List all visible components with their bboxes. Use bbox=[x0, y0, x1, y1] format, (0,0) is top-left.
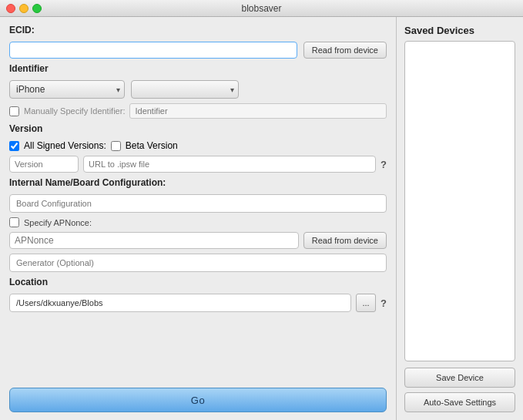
close-button[interactable] bbox=[6, 4, 15, 13]
manually-specify-row: Manually Specify Identifier: bbox=[9, 103, 387, 119]
left-panel: ECID: Read from device Identifier iPhone… bbox=[0, 17, 396, 420]
saved-devices-list bbox=[404, 41, 515, 361]
maximize-button[interactable] bbox=[32, 4, 42, 13]
browse-button[interactable]: ... bbox=[356, 294, 376, 312]
apnonce-label: Specify APNonce: bbox=[24, 218, 92, 227]
location-input[interactable] bbox=[9, 294, 351, 312]
saved-devices-title: Saved Devices bbox=[404, 25, 515, 36]
device-model-select[interactable] bbox=[131, 80, 239, 99]
window-controls[interactable] bbox=[6, 4, 42, 13]
version-help-icon[interactable]: ? bbox=[381, 159, 387, 170]
version-checkboxes-row: All Signed Versions: Beta Version bbox=[9, 140, 387, 151]
window-title: blobsaver bbox=[241, 3, 281, 14]
version-inputs-row: ? bbox=[9, 156, 387, 173]
device-type-select[interactable]: iPhone iPad iPod AppleTV bbox=[9, 80, 125, 99]
read-from-device-button[interactable]: Read from device bbox=[303, 42, 387, 59]
manually-specify-checkbox[interactable] bbox=[9, 106, 19, 116]
location-label: Location bbox=[9, 277, 48, 287]
go-button[interactable]: Go bbox=[9, 388, 387, 412]
all-signed-versions-checkbox[interactable] bbox=[9, 141, 19, 151]
manually-specify-label: Manually Specify Identifier: bbox=[24, 106, 125, 116]
version-label: Version bbox=[9, 123, 387, 134]
url-input[interactable] bbox=[83, 156, 376, 173]
main-container: ECID: Read from device Identifier iPhone… bbox=[0, 17, 523, 420]
auto-save-settings-button[interactable]: Auto-Save Settings bbox=[404, 392, 515, 412]
identifier-label: Identifier bbox=[9, 63, 387, 74]
device-model-select-wrapper[interactable] bbox=[131, 80, 239, 99]
right-buttons: Save Device Auto-Save Settings bbox=[404, 368, 515, 412]
save-device-button[interactable]: Save Device bbox=[404, 368, 515, 388]
apnonce-input[interactable] bbox=[9, 232, 299, 249]
apnonce-input-row: Read from device bbox=[9, 232, 387, 249]
apnonce-checkbox[interactable] bbox=[9, 217, 19, 227]
identifier-row: iPhone iPad iPod AppleTV bbox=[9, 80, 387, 99]
all-signed-versions-label: All Signed Versions: bbox=[24, 140, 106, 151]
beta-version-checkbox[interactable] bbox=[111, 141, 121, 151]
board-config-input[interactable] bbox=[9, 194, 387, 213]
minimize-button[interactable] bbox=[19, 4, 28, 13]
location-help-icon[interactable]: ? bbox=[381, 297, 387, 309]
manually-identifier-input[interactable] bbox=[129, 103, 387, 119]
internal-name-label: Internal Name/Board Configuration: bbox=[9, 177, 387, 188]
right-panel: Saved Devices Save Device Auto-Save Sett… bbox=[396, 17, 523, 420]
location-input-row: ... ? bbox=[9, 294, 387, 312]
generator-input[interactable] bbox=[9, 254, 387, 272]
ecid-row: Read from device bbox=[9, 42, 387, 59]
apnonce-checkbox-row: Specify APNonce: bbox=[9, 217, 387, 227]
beta-version-label: Beta Version bbox=[126, 140, 178, 151]
ecid-label: ECID: bbox=[9, 25, 387, 35]
version-input[interactable] bbox=[9, 156, 79, 173]
title-bar: blobsaver bbox=[0, 0, 523, 17]
location-row: Location bbox=[9, 277, 387, 289]
device-type-select-wrapper[interactable]: iPhone iPad iPod AppleTV bbox=[9, 80, 125, 99]
apnonce-read-from-device-button[interactable]: Read from device bbox=[303, 232, 387, 249]
ecid-input[interactable] bbox=[9, 42, 297, 59]
